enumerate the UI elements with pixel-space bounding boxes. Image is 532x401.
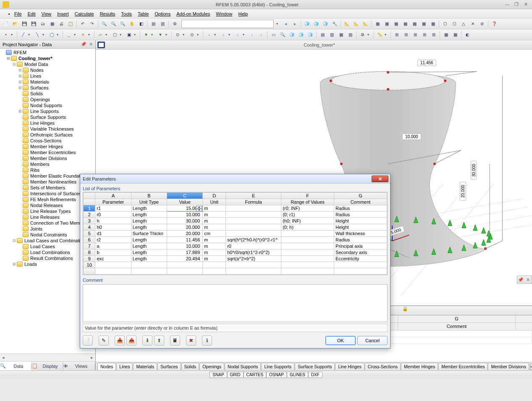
param-cell[interactable]: h [95, 218, 131, 224]
support-icon[interactable]: ▼ [142, 31, 150, 39]
unit-cell[interactable]: cm [203, 231, 226, 237]
unittype-cell[interactable]: Length [131, 256, 167, 262]
param-cell[interactable]: h0 [95, 224, 131, 231]
value-cell[interactable] [167, 262, 203, 268]
nav-cube-icon[interactable]: ◧ [137, 20, 145, 28]
param-cell[interactable]: r2 [95, 237, 131, 243]
unit-cell[interactable]: m [203, 249, 226, 256]
status-grid[interactable]: GRID [227, 372, 244, 378]
print-icon[interactable]: 🖨 [57, 20, 66, 28]
col-f[interactable]: F [281, 193, 334, 199]
new-icon[interactable]: 📄 [2, 20, 10, 28]
tool-icon[interactable]: ▦ [392, 20, 400, 28]
pin-icon[interactable]: 📌 [81, 42, 86, 47]
table-tab[interactable]: Surface Supports [295, 363, 335, 370]
tool-icon[interactable]: ▦ [442, 31, 450, 39]
opening-icon[interactable]: ▢ [110, 31, 119, 39]
row-header[interactable]: 9 [84, 256, 95, 262]
scroll-right-icon[interactable]: ▸ [89, 355, 95, 360]
line-icon[interactable]: ╱ [19, 31, 27, 39]
spin-down-icon[interactable]: ▼ [196, 209, 202, 212]
tree-item[interactable]: Variable Thicknesses [0, 126, 95, 132]
table-tab[interactable]: Cross-Sections [365, 363, 401, 370]
row-header[interactable]: 5 [84, 231, 95, 237]
tree-item[interactable]: ⊞Line Supports [0, 108, 95, 114]
value-cell[interactable]: 10.000 [167, 212, 203, 218]
row-header[interactable]: 2 [84, 212, 95, 218]
tool-icon[interactable]: 🧊 [321, 20, 330, 28]
range-cell[interactable]: (r0; INF) [281, 205, 334, 212]
tool-icon[interactable]: ✕ [469, 20, 477, 28]
select-icon[interactable]: 🧊 [306, 31, 314, 39]
menu-icon[interactable]: ▪ [8, 10, 11, 17]
formula-cell[interactable]: r0 [226, 243, 281, 249]
nav-tab-display[interactable]: 📋 Display [32, 362, 64, 370]
table-tab[interactable]: Member Eccentricities [438, 363, 487, 370]
param-cell[interactable]: d1 [95, 231, 131, 237]
window-layout-b-icon[interactable]: ▥ [158, 20, 167, 28]
comment-cell[interactable]: Wall thickness [334, 231, 387, 237]
help-button[interactable]: ❔ [83, 335, 93, 346]
col-a[interactable]: A [95, 193, 131, 199]
tree-item[interactable]: Nodal Supports [0, 102, 95, 108]
row-header[interactable]: 1 [84, 205, 95, 212]
table-tab[interactable]: Surfaces [157, 363, 181, 370]
unittype-cell[interactable]: Length [131, 237, 167, 243]
comment-cell[interactable]: Principal axis [334, 243, 387, 249]
tool-icon[interactable]: ⊞ [411, 31, 419, 39]
tool-icon[interactable]: △ [459, 20, 468, 28]
excel-export-icon[interactable]: ⬆ [154, 335, 164, 346]
unittype-cell[interactable]: Length [131, 243, 167, 249]
solid-icon[interactable]: ▣ [125, 31, 133, 39]
row-header[interactable]: 3 [84, 218, 95, 224]
menu-window[interactable]: Window [213, 10, 235, 17]
unit-cell[interactable]: m [203, 224, 226, 231]
unittype-cell[interactable]: Length [131, 205, 167, 212]
zoom-in-icon[interactable]: 🔍 [100, 20, 108, 28]
param-cell[interactable]: exc [95, 256, 131, 262]
comment-cell[interactable]: Secondary axis [334, 249, 387, 256]
unittype-cell[interactable]: Length [131, 218, 167, 224]
unit-cell[interactable] [203, 262, 226, 268]
param-cell[interactable]: r1 [95, 205, 131, 212]
pan-icon[interactable]: ✋ [128, 20, 136, 28]
status-snap[interactable]: SNAP [210, 372, 227, 378]
menu-file[interactable]: File [12, 10, 24, 17]
excel-import-icon[interactable]: ⬇ [142, 335, 152, 346]
tree-loads[interactable]: Loads [24, 262, 37, 267]
surface-icon[interactable]: ▱ [96, 31, 105, 39]
col-range[interactable]: Range of Values [281, 199, 334, 205]
param-row[interactable]: 5d1Surface Thickn20.000cmWall thickness [84, 231, 387, 237]
prev-lc-icon[interactable]: ◂ [281, 20, 290, 28]
unittype-cell[interactable]: Length [131, 212, 167, 218]
tree-item[interactable]: ⊞Nodes [0, 67, 95, 73]
menu-results[interactable]: Results [97, 10, 118, 17]
comment-cell[interactable] [334, 262, 387, 268]
help-icon[interactable]: ❓ [490, 20, 498, 28]
close-icon[interactable]: ✕ [526, 277, 530, 283]
menu-tools[interactable]: Tools [118, 10, 134, 17]
status-glines[interactable]: GLINES [287, 372, 308, 378]
tool-icon[interactable]: ▦ [410, 20, 419, 28]
param-row[interactable]: 3hLength30.000m(h0; INF)Height [84, 218, 387, 224]
param-row[interactable]: 1r1Length15.000▲▼m(r0; INF)Radius [84, 205, 387, 212]
formula-cell[interactable] [226, 218, 281, 224]
tree-item[interactable]: Line Hinges [0, 120, 95, 126]
select-icon[interactable]: ▭ [269, 31, 278, 39]
undo-icon[interactable]: ↶ [79, 20, 87, 28]
load-icon[interactable]: ↓ [219, 31, 228, 39]
param-row[interactable]: 10 [84, 262, 387, 268]
nav-tab-data[interactable]: 🔍 Data [0, 362, 32, 370]
tree-item[interactable]: Orthotropic Surfaces [0, 132, 95, 138]
menu-calculate[interactable]: Calculate [72, 10, 97, 17]
formula-cell[interactable] [226, 231, 281, 237]
unittype-cell[interactable]: Surface Thickn [131, 231, 167, 237]
load-icon[interactable]: ↓ [233, 31, 242, 39]
table-tab[interactable]: Member Divisions [488, 363, 529, 370]
formula-cell[interactable] [226, 212, 281, 218]
row-header[interactable]: 4 [84, 224, 95, 231]
table-tab[interactable]: Member Hinges [401, 363, 438, 370]
tool-icon[interactable]: ▧ [346, 31, 354, 39]
select-icon[interactable]: 🧊 [297, 31, 305, 39]
value-cell[interactable]: 11.456 [167, 237, 203, 243]
